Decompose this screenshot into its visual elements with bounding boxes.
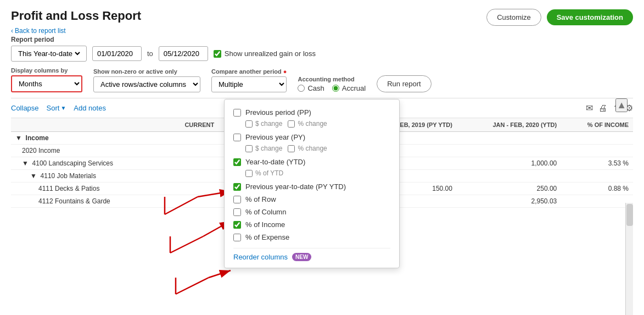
accounting-radio-row: Cash Accrual	[298, 84, 366, 92]
compare-period-group: Compare another period ● Multiple	[211, 68, 287, 92]
dropdown-sub-py: $ change % change	[233, 143, 390, 156]
compare-period-label: Compare another period ●	[211, 68, 287, 75]
reorder-row: Reorder columns NEW	[233, 248, 390, 261]
sort-arrow-icon: ▼	[60, 105, 66, 111]
compare-period-select[interactable]: Multiple	[211, 76, 287, 92]
dropdown-item-income[interactable]: % of Income	[233, 218, 390, 231]
cash-label: Cash	[307, 84, 324, 92]
py-pct-change[interactable]: % change	[288, 145, 327, 152]
add-notes-button[interactable]: Add notes	[74, 104, 106, 112]
py-dollar-checkbox[interactable]	[245, 145, 253, 152]
back-to-report-link[interactable]: Back to report list	[11, 27, 66, 35]
pyytd-checkbox[interactable]	[233, 183, 241, 191]
collapse-icon[interactable]: ▲	[615, 98, 628, 112]
accrual-label: Accrual	[342, 84, 366, 92]
col-header-jan-feb-2020: JAN - FEB, 2020 (YTD)	[457, 118, 561, 132]
col-header-current: CURRENT	[164, 118, 219, 132]
row-4110[interactable]: ▼ 4110 Job Materials	[11, 170, 164, 183]
period-dropdown[interactable]: This Year-to-date	[11, 46, 87, 62]
col-header-pct-income: % OF INCOME	[561, 118, 633, 132]
period-select[interactable]: This Year-to-date	[16, 49, 82, 58]
dropdown-item-py[interactable]: Previous year (PY)	[233, 131, 390, 143]
col-checkbox[interactable]	[233, 208, 241, 216]
run-report-button[interactable]: Run report	[377, 75, 431, 92]
accrual-radio[interactable]	[332, 85, 339, 92]
show-nonzero-group: Show non-zero or active only Active rows…	[93, 68, 200, 92]
dropdown-item-col[interactable]: % of Column	[233, 206, 390, 218]
scroll-thumb[interactable]	[626, 204, 633, 226]
svg-line-9	[209, 270, 231, 278]
row-2020-income: 2020 Income	[11, 145, 164, 157]
pp-pct-change[interactable]: % change	[288, 120, 327, 128]
row-4111[interactable]: 4111 Decks & Patios	[11, 183, 164, 195]
accrual-radio-item[interactable]: Accrual	[332, 84, 366, 92]
cash-radio[interactable]	[298, 85, 305, 92]
compare-dropdown-panel: Previous period (PP) $ change % change P…	[224, 99, 400, 268]
pp-pct-label: % change	[298, 120, 327, 128]
print-icon[interactable]: 🖨	[598, 103, 607, 113]
expense-label: % of Expense	[245, 233, 289, 241]
cell-current	[164, 132, 219, 145]
accounting-method-group: Accounting method Cash Accrual	[298, 76, 366, 92]
row-4112[interactable]: 4112 Fountains & Garde	[11, 195, 164, 208]
date-to-input[interactable]	[159, 46, 208, 61]
save-customization-button[interactable]: Save customization	[547, 9, 633, 25]
py-checkbox[interactable]	[233, 134, 241, 141]
customize-button[interactable]: Customize	[486, 9, 541, 26]
py-pct-label: % change	[298, 145, 327, 152]
col-header-label	[11, 118, 164, 132]
ytd-pct[interactable]: % of YTD	[245, 169, 283, 177]
collapse-button[interactable]: Collapse	[11, 104, 39, 112]
new-badge: NEW	[292, 253, 311, 261]
pp-dollar-label: $ change	[255, 120, 282, 128]
required-dot: ●	[282, 68, 287, 75]
pp-dollar-change[interactable]: $ change	[245, 120, 282, 128]
cash-radio-item[interactable]: Cash	[298, 84, 324, 92]
reorder-columns-button[interactable]: Reorder columns	[233, 253, 288, 261]
profit-loss-page: Customize Save customization Profit and …	[0, 0, 644, 315]
py-dollar-label: $ change	[255, 145, 282, 152]
row-checkbox[interactable]	[233, 196, 241, 203]
pyytd-label: Previous year-to-date (PY YTD)	[245, 183, 346, 191]
pp-label: Previous period (PP)	[245, 108, 311, 117]
svg-line-8	[170, 236, 203, 253]
sort-button[interactable]: Sort▼	[47, 104, 66, 112]
py-pct-checkbox[interactable]	[288, 145, 295, 152]
scroll-bar[interactable]	[625, 203, 633, 315]
show-unrealized-checkbox[interactable]	[214, 50, 221, 58]
dropdown-item-expense[interactable]: % of Expense	[233, 231, 390, 244]
ytd-pct-checkbox[interactable]	[245, 170, 253, 177]
income-checkbox[interactable]	[233, 221, 241, 229]
pp-dollar-checkbox[interactable]	[245, 120, 253, 128]
py-dollar-change[interactable]: $ change	[245, 145, 282, 152]
dropdown-item-row[interactable]: % of Row	[233, 193, 390, 206]
display-columns-label: Display columns by	[11, 67, 82, 74]
email-icon[interactable]: ✉	[586, 103, 593, 113]
row-4100[interactable]: ▼ 4100 Landscaping Services	[11, 157, 164, 170]
show-unrealized-label: Show unrealized gain or loss	[225, 49, 316, 58]
report-period-label: Report period	[11, 36, 633, 43]
expense-checkbox[interactable]	[233, 234, 241, 241]
display-columns-select[interactable]: Months	[11, 75, 82, 92]
dropdown-item-pyytd[interactable]: Previous year-to-date (PY YTD)	[233, 180, 390, 193]
ytd-checkbox[interactable]	[233, 158, 241, 166]
pp-checkbox[interactable]	[233, 109, 241, 117]
pp-pct-checkbox[interactable]	[288, 120, 295, 128]
cell-jan-feb-2020	[457, 132, 561, 145]
controls-row2: Display columns by Months Show non-zero …	[11, 67, 633, 92]
cell-pct-income	[561, 132, 633, 145]
income-label: % of Income	[245, 220, 285, 229]
ytd-label: Year-to-date (YTD)	[245, 158, 305, 166]
row-label: % of Row	[245, 195, 276, 203]
ytd-pct-label: % of YTD	[255, 169, 283, 177]
header-buttons: Customize Save customization	[486, 9, 633, 26]
to-label: to	[147, 49, 153, 58]
display-columns-group: Display columns by Months	[11, 67, 82, 92]
dropdown-item-pp[interactable]: Previous period (PP)	[233, 106, 390, 119]
accounting-method-label: Accounting method	[298, 76, 366, 82]
dropdown-item-ytd[interactable]: Year-to-date (YTD)	[233, 156, 390, 168]
dropdown-sub-pp: $ change % change	[233, 119, 390, 131]
svg-line-11	[176, 278, 209, 294]
date-from-input[interactable]	[92, 46, 142, 61]
show-nonzero-select[interactable]: Active rows/active columns	[93, 76, 200, 92]
